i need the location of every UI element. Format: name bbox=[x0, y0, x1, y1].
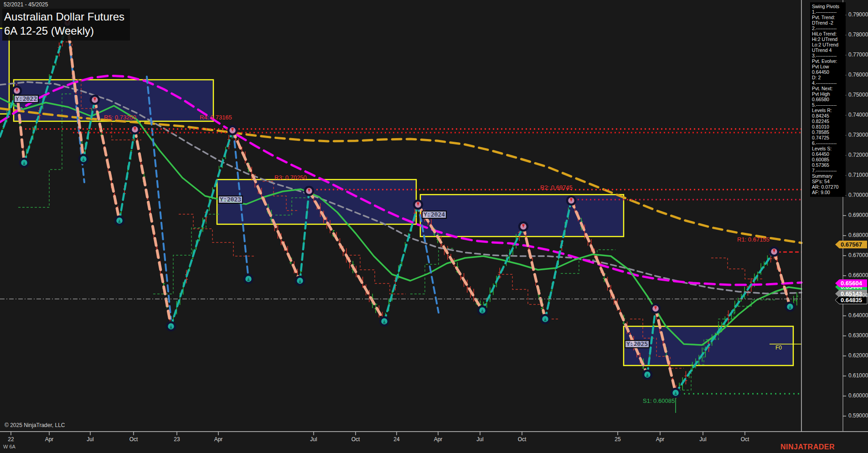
panel-line: DTrend -2 bbox=[812, 20, 845, 26]
zigzag-teal[interactable] bbox=[482, 226, 523, 310]
panel-line: 0.57365 bbox=[812, 162, 845, 168]
panel-line: 7.------------- bbox=[812, 168, 845, 173]
panel-line: 0.84245 bbox=[812, 113, 845, 118]
f0-label[interactable]: F0 bbox=[775, 345, 782, 351]
price-tick-label: 0.75000 bbox=[848, 92, 868, 98]
chart-title-line1: Australian Dollar Futures bbox=[4, 10, 124, 24]
price-tick-label: 0.77000 bbox=[848, 51, 868, 58]
level-label: R5: 0.73250 bbox=[104, 114, 136, 121]
time-tick-label: 25 bbox=[615, 436, 620, 443]
panel-line: Hi:2 UTrend bbox=[812, 36, 845, 42]
time-tick-label: Jul bbox=[699, 436, 706, 443]
time-tick-label: Jul bbox=[310, 436, 317, 443]
panel-line: AR: 0.07270 bbox=[812, 184, 845, 190]
level-label: R3: 0.70250 bbox=[274, 174, 307, 181]
level-label: R1: 0.67155 bbox=[737, 236, 770, 243]
swing-pivots-panel[interactable]: Swing Pivots1.-------------Pvt. Trend:DT… bbox=[810, 2, 846, 197]
trail-stop-steps bbox=[346, 255, 406, 294]
price-tick-label: 0.79000 bbox=[848, 11, 868, 18]
panel-line: Pvt. Evolve: bbox=[812, 58, 845, 64]
chart-title-line2: 6A 12-25 (Weekly) bbox=[4, 24, 124, 38]
price-tick-label: 0.76000 bbox=[848, 72, 868, 78]
panel-line: SP's: 54 bbox=[812, 179, 845, 184]
year-label[interactable]: Y:2022 bbox=[14, 95, 39, 103]
year-label[interactable]: Y:2023 bbox=[218, 196, 243, 204]
panel-line: 3.------------- bbox=[812, 53, 845, 58]
zigzag-salmon[interactable] bbox=[135, 129, 171, 326]
price-tick-label: 0.73000 bbox=[848, 132, 868, 138]
price-tick-label: 0.68000 bbox=[848, 232, 868, 238]
panel-line: Pvt. Trend: bbox=[812, 15, 845, 20]
zigzag-teal[interactable] bbox=[119, 129, 135, 221]
time-tick-label: Apr bbox=[214, 436, 223, 443]
panel-line: Pvt Low bbox=[812, 64, 845, 69]
time-tick-label: Oct bbox=[518, 436, 527, 443]
time-tick-label: Jul bbox=[476, 436, 483, 443]
panel-line: 2.------------- bbox=[812, 26, 845, 31]
panel-line: 1.------------- bbox=[812, 9, 845, 15]
price-tick-label: 0.64000 bbox=[848, 312, 868, 319]
panel-line: 0.64450 bbox=[812, 151, 845, 157]
panel-line: 0.60085 bbox=[812, 157, 845, 162]
time-tick-label: Oct bbox=[129, 436, 138, 443]
price-tick-label: 0.60000 bbox=[848, 392, 868, 399]
panel-line: Levels S: bbox=[812, 146, 845, 151]
level-label: S1: 0.60085 bbox=[643, 397, 675, 404]
price-tick-label: 0.70000 bbox=[848, 192, 868, 198]
panel-line: Levels R: bbox=[812, 108, 845, 113]
time-tick-label: 24 bbox=[393, 436, 399, 443]
price-bar-down bbox=[684, 371, 687, 384]
time-tick-label: Apr bbox=[656, 436, 665, 443]
panel-line: Summary bbox=[812, 173, 845, 179]
price-tick-label: 0.63000 bbox=[848, 332, 868, 339]
year-label[interactable]: Y:2024 bbox=[422, 211, 447, 219]
price-tick-label: 0.66000 bbox=[848, 272, 868, 278]
panel-line: Pvt High bbox=[812, 91, 845, 97]
panel-line: 0.81010 bbox=[812, 124, 845, 129]
panel-line: AF: 9.00 bbox=[812, 190, 845, 195]
price-tick-label: 0.78000 bbox=[848, 31, 868, 38]
price-tag-value: 0.67567 bbox=[841, 241, 862, 248]
time-tick-label: Oct bbox=[741, 436, 749, 443]
zigzag-teal[interactable] bbox=[171, 130, 232, 326]
price-tick-label: 0.62000 bbox=[848, 352, 868, 359]
zigzag-salmon[interactable] bbox=[774, 252, 790, 307]
ninjatrader-logo: NINJATRADER bbox=[780, 443, 835, 451]
time-tick-label: Apr bbox=[434, 436, 443, 443]
level-label: R4: 0.73165 bbox=[200, 114, 232, 121]
price-tag-value: 0.65604 bbox=[841, 280, 863, 287]
zigzag-teal[interactable] bbox=[676, 252, 774, 393]
panel-line: UTrend 4 bbox=[812, 47, 845, 53]
level-label: R2: 0.69745 bbox=[540, 184, 573, 191]
price-tick-label: 0.72000 bbox=[848, 152, 868, 158]
time-tick-label: Apr bbox=[45, 436, 54, 443]
panel-line: HiLo Trend: bbox=[812, 31, 845, 36]
chart-title: Australian Dollar Futures 6A 12-25 (Week… bbox=[2, 9, 130, 41]
panel-line: 6.------------- bbox=[812, 140, 845, 146]
date-range-label: 52/2021 - 45/2025 bbox=[4, 1, 48, 8]
price-tick-label: 0.59000 bbox=[848, 412, 868, 419]
panel-line: 5.------------- bbox=[812, 102, 845, 108]
time-tick-label: Oct bbox=[351, 436, 360, 443]
price-tick-label: 0.61000 bbox=[848, 372, 868, 379]
chart-canvas[interactable]: 0.675670.654440.656040.651430.64835 bbox=[0, 0, 868, 453]
zigzag-salmon[interactable] bbox=[523, 226, 545, 319]
panel-line: 0.66580 bbox=[812, 97, 845, 102]
price-tick-label: 0.74000 bbox=[848, 112, 868, 118]
time-tick-label: 23 bbox=[174, 436, 180, 443]
copyright-label: © 2025 NinjaTrader, LLC bbox=[5, 422, 65, 428]
panel-line: 0.64450 bbox=[812, 69, 845, 75]
price-tick-label: 0.67000 bbox=[848, 252, 868, 258]
panel-line: 4.------------- bbox=[812, 80, 845, 86]
chart-window: { "header": {"range": "52/2021 - 45/2025… bbox=[0, 0, 868, 453]
price-tick-label: 0.65000 bbox=[848, 292, 868, 299]
year-label[interactable]: Y:2025 bbox=[625, 340, 650, 348]
panel-line: D: 2 bbox=[812, 75, 845, 80]
panel-line: 0.78585 bbox=[812, 129, 845, 135]
price-tick-label: 0.71000 bbox=[848, 172, 868, 178]
panel-line: 0.82245 bbox=[812, 118, 845, 124]
price-tick-label: 0.69000 bbox=[848, 212, 868, 218]
instrument-label: W 6A bbox=[3, 444, 16, 449]
time-tick-label: Jul bbox=[87, 436, 93, 443]
panel-line: Pvt. Next: bbox=[812, 86, 845, 91]
